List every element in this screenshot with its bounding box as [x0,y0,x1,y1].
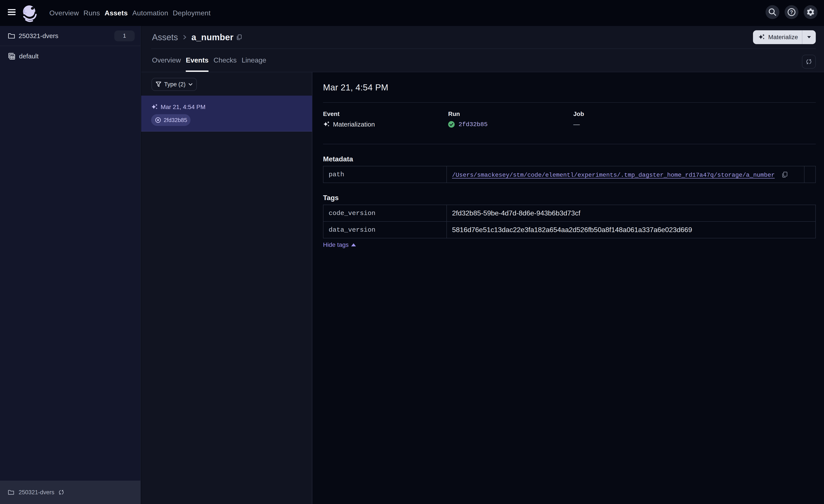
svg-text:?: ? [790,9,793,15]
